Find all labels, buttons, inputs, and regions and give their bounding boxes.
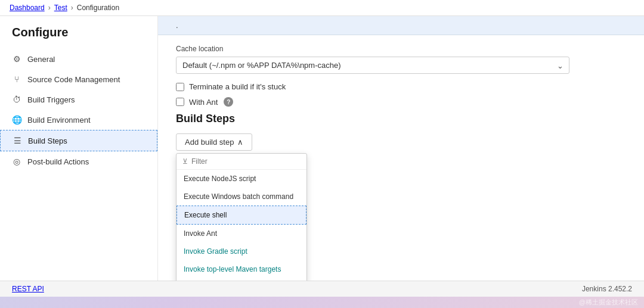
footer-left: REST API [12, 285, 44, 293]
dropdown-item-execute-shell[interactable]: Execute shell [177, 206, 306, 225]
list-icon: ☰ [13, 136, 22, 145]
dropdown-item-execute-nodejs[interactable]: Execute NodeJS script [177, 170, 306, 188]
sidebar-item-post-build-actions[interactable]: ◎ Post-build Actions [0, 151, 157, 172]
sidebar-title: Configure [0, 26, 157, 49]
breadcrumb-dashboard[interactable]: Dashboard [10, 4, 45, 12]
dropdown-item-invoke-maven[interactable]: Invoke top-level Maven targets [177, 260, 306, 278]
dropdown-item-invoke-gradle[interactable]: Invoke Gradle script [177, 242, 306, 260]
breadcrumb-sep-1: › [48, 4, 51, 12]
with-ant-row: With Ant ? [176, 97, 626, 107]
build-step-dropdown: ⊻ Execute NodeJS script Execute Windows … [176, 153, 307, 281]
with-ant-label: With Ant [189, 98, 218, 107]
terminate-build-checkbox[interactable] [176, 83, 184, 91]
dropdown-item-execute-windows[interactable]: Execute Windows batch command [177, 188, 306, 206]
sidebar-item-build-steps-label: Build Steps [28, 136, 67, 145]
cache-location-group: Cache location Default (~/.npm or %APP D… [176, 45, 626, 74]
jenkins-version: Jenkins 2.452.2 [582, 285, 632, 293]
add-build-step-label: Add build step [185, 138, 234, 147]
sidebar-item-source-code-label: Source Code Management [27, 75, 120, 84]
cache-location-select[interactable]: Default (~/.npm or %APP DATA%\npm-cache) [176, 57, 569, 74]
sidebar-item-build-triggers[interactable]: ⏱ Build Triggers [0, 89, 157, 110]
filter-input[interactable] [191, 157, 301, 166]
chevron-up-icon: ∧ [237, 138, 243, 147]
watermark-text: @稀土掘金技术社区 [0, 297, 644, 308]
sidebar-item-build-environment[interactable]: 🌐 Build Environment [0, 110, 157, 130]
breadcrumb-sep-2: › [71, 4, 73, 12]
globe-icon: 🌐 [12, 115, 21, 125]
add-build-step-container: Add build step ∧ ⊻ Execute NodeJS script… [176, 133, 252, 151]
add-build-step-button[interactable]: Add build step ∧ [176, 133, 252, 151]
sidebar: Configure ⚙ General ⑂ Source Code Manage… [0, 16, 158, 281]
content-area: . Cache location Default (~/.npm or %APP… [158, 16, 644, 281]
terminate-build-row: Terminate a build if it's stuck [176, 82, 626, 91]
cache-location-select-wrapper: Default (~/.npm or %APP DATA%\npm-cache) [176, 57, 569, 74]
clock-icon: ⏱ [12, 95, 21, 104]
filter-icon: ⊻ [182, 157, 188, 166]
dropdown-item-provide-config[interactable]: Provide Configuration files [177, 278, 306, 281]
circle-icon: ◎ [12, 157, 21, 166]
breadcrumb-configuration: Configuration [77, 4, 119, 12]
cache-location-label: Cache location [176, 45, 626, 53]
filter-row: ⊻ [177, 154, 306, 170]
sidebar-item-general[interactable]: ⚙ General [0, 49, 157, 69]
dropdown-item-invoke-ant[interactable]: Invoke Ant [177, 225, 306, 242]
sidebar-item-post-build-actions-label: Post-build Actions [27, 157, 89, 166]
sidebar-item-build-steps[interactable]: ☰ Build Steps [0, 130, 157, 151]
sidebar-item-source-code[interactable]: ⑂ Source Code Management [0, 69, 157, 89]
sidebar-item-build-triggers-label: Build Triggers [27, 95, 75, 104]
breadcrumb-bar: Dashboard › Test › Configuration [0, 0, 644, 16]
branch-icon: ⑂ [12, 74, 21, 84]
with-ant-help-icon[interactable]: ? [224, 97, 233, 107]
breadcrumb-test[interactable]: Test [54, 4, 67, 12]
sidebar-item-build-environment-label: Build Environment [27, 116, 91, 125]
gear-icon: ⚙ [12, 54, 21, 64]
build-steps-section-title: Build Steps [176, 113, 626, 125]
top-bar-text: . [176, 21, 178, 30]
rest-api-link[interactable]: REST API [12, 285, 44, 293]
footer-bar: REST API Jenkins 2.452.2 [0, 281, 644, 297]
with-ant-checkbox[interactable] [176, 98, 184, 106]
terminate-build-label: Terminate a build if it's stuck [189, 82, 286, 91]
sidebar-item-general-label: General [27, 55, 55, 64]
content-top-bar: . [158, 16, 644, 35]
